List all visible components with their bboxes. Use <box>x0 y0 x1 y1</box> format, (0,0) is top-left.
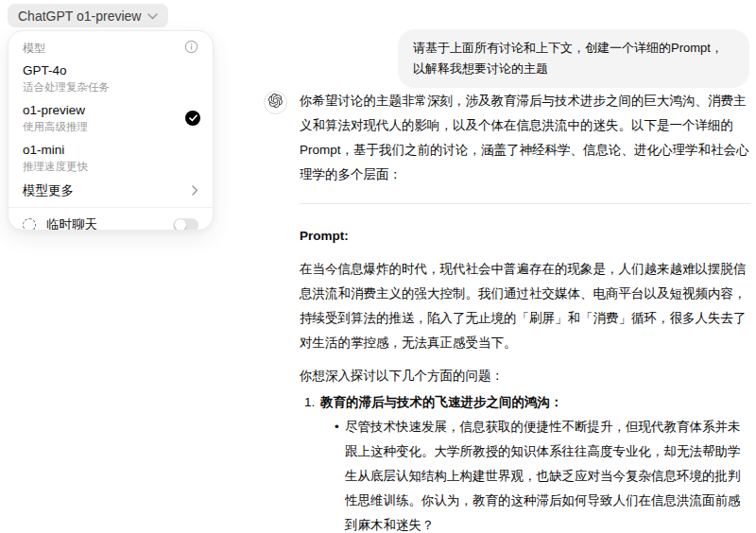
model-menu-title: 模型 <box>23 41 45 57</box>
temporary-chat-item[interactable]: 临时聊天 <box>9 208 213 231</box>
model-switcher-button[interactable]: ChatGPT o1-preview <box>8 4 168 27</box>
model-option-name: o1-preview <box>23 102 198 119</box>
model-option-name: GPT-4o <box>23 62 198 79</box>
temporary-chat-toggle[interactable] <box>173 218 198 232</box>
topic-number: 1. <box>304 390 320 415</box>
more-models-item[interactable]: 模型更多 <box>9 178 213 203</box>
prompt-paragraph: 在当今信息爆炸的时代，现代社会中普遍存在的现象是，人们越来越难以摆脱信息洪流和消… <box>300 257 750 355</box>
check-icon <box>185 111 200 126</box>
model-switcher-label: ChatGPT o1-preview <box>18 9 141 24</box>
model-option-gpt-4o[interactable]: GPT-4o 适合处理复杂任务 <box>9 59 213 98</box>
markdown-divider <box>300 203 750 204</box>
model-option-description: 推理速度更快 <box>23 160 198 174</box>
more-models-label: 模型更多 <box>23 182 74 199</box>
model-option-o1-preview[interactable]: o1-preview 使用高级推理 <box>9 98 213 138</box>
model-option-o1-mini[interactable]: o1-mini 推理速度更快 <box>9 138 213 178</box>
assistant-message-row: 你希望讨论的主题非常深刻，涉及教育滞后与技术进步之间的巨大鸿沟、消费主义和算法对… <box>264 89 751 533</box>
model-option-description: 使用高级推理 <box>23 120 198 134</box>
list-intro-paragraph: 你想深入探讨以下几个方面的问题： <box>300 364 750 388</box>
assistant-message-content: 你希望讨论的主题非常深刻，涉及教育滞后与技术进步之间的巨大鸿沟、消费主义和算法对… <box>300 89 750 533</box>
openai-logo-icon <box>268 94 283 112</box>
model-option-description: 适合处理复杂任务 <box>23 80 198 95</box>
model-menu: 模型 GPT-4o 适合处理复杂任务 o1-preview 使用高级推理 o1-… <box>8 30 214 231</box>
user-message-bubble: 请基于上面所有讨论和上下文，创建一个详细的Prompt，以解释我想要讨论的主题 <box>398 29 749 88</box>
topic-item: 1. 教育的滞后与技术的飞速进步之间的鸿沟： • 尽管技术快速发展，信息获取的便… <box>300 390 750 533</box>
temporary-chat-label: 临时聊天 <box>46 216 97 231</box>
user-message-row: 请基于上面所有讨论和上下文，创建一个详细的Prompt，以解释我想要讨论的主题 <box>300 29 749 88</box>
chevron-right-icon <box>192 184 198 198</box>
topic-heading-row: 1. 教育的滞后与技术的飞速进步之间的鸿沟： <box>300 390 750 415</box>
assistant-intro-paragraph: 你希望讨论的主题非常深刻，涉及教育滞后与技术进步之间的巨大鸿沟、消费主义和算法对… <box>300 89 750 187</box>
topic-heading: 教育的滞后与技术的飞速进步之间的鸿沟： <box>320 390 563 415</box>
info-icon[interactable] <box>184 40 198 58</box>
bullet-marker: • <box>335 415 345 533</box>
assistant-avatar <box>264 91 287 114</box>
temporary-chat-icon <box>23 218 36 231</box>
chevron-down-icon <box>147 13 158 20</box>
topic-bullet-text: 尽管技术快速发展，信息获取的便捷性不断提升，但现代教育体系并未跟上这种变化。大学… <box>345 415 750 533</box>
toggle-knob <box>175 219 186 231</box>
topic-bullet-row: • 尽管技术快速发展，信息获取的便捷性不断提升，但现代教育体系并未跟上这种变化。… <box>300 415 750 533</box>
prompt-label: Prompt: <box>300 224 750 249</box>
model-option-name: o1-mini <box>23 142 198 159</box>
model-menu-header: 模型 <box>9 39 213 59</box>
